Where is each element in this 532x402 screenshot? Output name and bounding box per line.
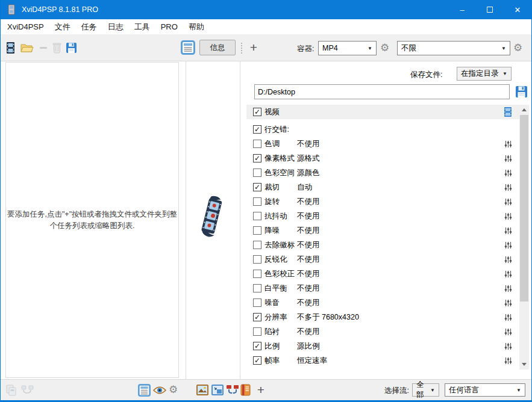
settings-list-rows: ✓ 行交错: 色调 不使用 ✓ 像素格式 源格式 色彩空间 源颜色 ✓ 裁切 自… [246,122,519,368]
settings-row[interactable]: ✓ 比例 源比例 [246,339,519,353]
menu-pro[interactable]: PRO [155,20,183,34]
row-checkbox[interactable]: ✓ [253,313,261,321]
filter-sliders-icon[interactable] [504,270,512,278]
menu-tools[interactable]: 工具 [129,19,155,35]
screenshot-icon[interactable] [196,385,208,395]
filter-sliders-icon[interactable] [504,342,512,350]
preset-settings-gear-icon[interactable]: ⚙ [513,43,522,53]
scroll-up-icon[interactable] [522,108,527,111]
filter-sliders-icon[interactable] [504,155,512,162]
settings-row[interactable]: 抗抖动 不使用 [246,209,519,223]
filter-sliders-icon[interactable] [504,169,512,177]
row-checkbox[interactable] [253,298,261,307]
preview-eye-icon[interactable] [153,386,166,395]
tab-info[interactable]: 信息 [199,40,236,55]
video-section-checkbox[interactable]: ✓ [253,108,261,116]
picture-in-picture-icon[interactable] [211,385,224,395]
close-button[interactable]: ✕ [504,0,531,19]
row-checkbox[interactable] [253,197,261,206]
save-tasks-icon[interactable] [66,42,77,54]
menu-file[interactable]: 文件 [49,19,76,35]
menu-bar: XviD4PSP 文件 任务 日志 工具 PRO 帮助 [1,19,531,35]
menu-task[interactable]: 任务 [76,19,102,35]
settings-gear-icon[interactable]: ⚙ [169,385,178,395]
menu-log[interactable]: 日志 [102,19,129,35]
output-path-input[interactable] [254,84,510,99]
video-section-row[interactable]: ✓ 视频 [246,105,519,119]
filter-sliders-icon[interactable] [504,256,512,264]
video-section-label: 视频 [264,107,280,117]
settings-row[interactable]: 陷衬 不使用 [246,324,519,339]
settings-scrollbar[interactable] [519,105,529,370]
settings-row[interactable]: 噪音 不使用 [246,295,519,310]
add-task-button[interactable]: + [246,40,261,55]
row-checkbox[interactable] [253,140,261,148]
settings-row[interactable]: 色彩校正 不使用 [246,267,519,281]
save-mode-dropdown[interactable]: 在指定目录 ▼ [457,67,512,81]
filter-sliders-icon[interactable] [504,328,512,336]
language-select[interactable]: 任何语言 ▼ [445,383,525,397]
settings-row[interactable]: ✓ 帧率 恒定速率 [246,353,519,368]
row-value: 不使用 [297,139,320,149]
add-stream-button[interactable]: + [254,382,268,398]
thumbnail-list-panel[interactable] [186,61,240,379]
open-folder-icon[interactable] [20,43,34,53]
row-checkbox[interactable] [253,327,261,336]
scrollbar-thumb[interactable] [520,115,528,302]
row-checkbox[interactable] [253,255,261,264]
row-checkbox[interactable]: ✓ [253,154,261,162]
row-value: 不使用 [297,327,320,337]
task-list-panel[interactable]: 要添加任务,点击"+"按钮或者拖拽文件或文件夹到整个任务列表或缩略图列表. [5,62,179,378]
settings-row[interactable]: 反锐化 不使用 [246,252,519,267]
filter-sliders-icon[interactable] [504,198,512,206]
filter-sliders-icon[interactable] [504,357,512,365]
row-checkbox[interactable] [253,241,261,249]
row-checkbox[interactable] [253,270,261,278]
scroll-down-icon[interactable] [522,363,527,366]
log-book-icon[interactable] [240,384,251,396]
menu-xvid4psp[interactable]: XviD4PSP [2,20,49,34]
chevron-down-icon: ▼ [502,71,507,76]
browse-save-button[interactable] [513,84,529,99]
row-checkbox[interactable] [253,284,261,292]
filter-sliders-icon[interactable] [504,212,512,220]
settings-row[interactable]: ✓ 像素格式 源格式 [246,151,519,165]
row-checkbox[interactable] [253,169,261,177]
settings-row[interactable]: ✓ 分辨率 不多于 7680x4320 [246,310,519,324]
menu-help[interactable]: 帮助 [183,19,210,35]
settings-row[interactable]: 降噪 不使用 [246,223,519,238]
filter-sliders-icon[interactable] [504,285,512,292]
row-checkbox[interactable] [253,226,261,235]
streams-icon[interactable] [226,385,239,395]
filter-sliders-icon[interactable] [504,241,512,249]
row-checkbox[interactable]: ✓ [253,125,261,134]
minimize-button[interactable]: – [448,0,476,19]
stream-select-dropdown[interactable]: 全部 ▼ [412,383,439,397]
row-checkbox[interactable]: ✓ [253,356,261,365]
settings-row[interactable]: 色彩空间 源颜色 [246,165,519,180]
maximize-button[interactable] [476,0,504,19]
row-value: 自动 [297,182,312,193]
task-details-icon[interactable] [181,40,195,55]
settings-row[interactable]: ✓ 裁切 自动 [246,180,519,194]
add-video-icon[interactable] [5,42,16,54]
settings-row[interactable]: 白平衡 不使用 [246,281,519,295]
settings-row[interactable]: 去除徽标 不使用 [246,238,519,252]
row-checkbox[interactable] [253,212,261,220]
details-view-icon[interactable] [138,384,151,397]
filter-sliders-icon[interactable] [504,314,512,321]
settings-row[interactable]: 旋转 不使用 [246,194,519,209]
encoding-settings-panel: 保存文件: 在指定目录 ▼ ✓ 视频 ✓ 行交错: [241,61,529,379]
filter-sliders-icon[interactable] [504,184,512,191]
format-preset-select[interactable]: 不限 ▼ [397,41,510,55]
container-select[interactable]: MP4 ▼ [318,41,377,55]
filter-sliders-icon[interactable] [504,299,512,307]
filter-sliders-icon[interactable] [504,227,512,235]
row-label: 去除徽标 [264,240,295,250]
settings-row[interactable]: 色调 不使用 [246,137,519,151]
filter-sliders-icon[interactable] [504,140,512,148]
container-settings-gear-icon[interactable]: ⚙ [380,43,389,53]
settings-row[interactable]: ✓ 行交错: [246,122,519,137]
row-checkbox[interactable]: ✓ [253,342,261,350]
row-checkbox[interactable]: ✓ [253,183,261,191]
